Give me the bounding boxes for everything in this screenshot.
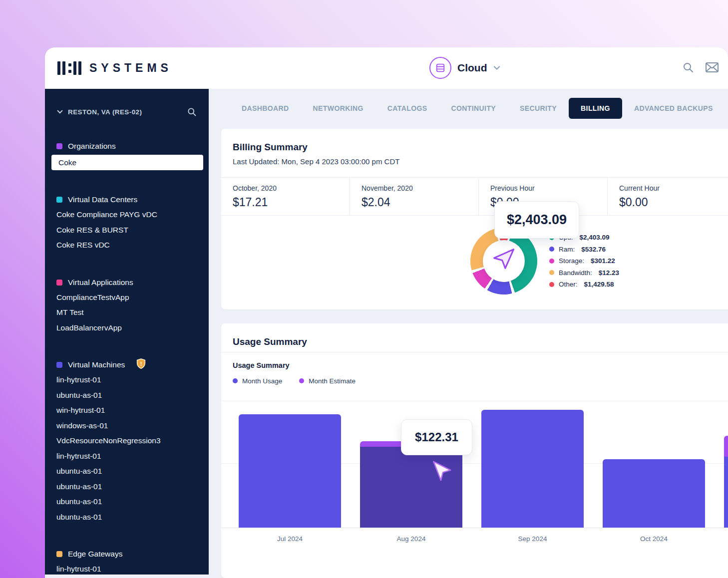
workspace-label: Cloud xyxy=(457,62,487,74)
x-axis-label-aug-2024: Aug 2024 xyxy=(397,535,426,543)
legend-label: Other: xyxy=(559,281,578,288)
sidebar-item-ubuntu-as-01[interactable]: ubuntu-as-01 xyxy=(56,510,209,525)
section-bullet-icon xyxy=(56,551,62,557)
bar-group-3[interactable] xyxy=(603,459,705,528)
chevron-down-icon xyxy=(493,64,501,72)
bar-segment-month-usage[interactable] xyxy=(603,459,705,528)
tab-continuity[interactable]: CONTINUITY xyxy=(439,98,508,119)
logo-bars-icon xyxy=(57,61,83,75)
billing-last-updated: Last Updated: Mon, Sep 4 2023 03:00:00 p… xyxy=(233,157,728,166)
bar-group-0[interactable] xyxy=(239,414,341,528)
legend-label: Month Estimate xyxy=(309,377,356,385)
stat-current-hour: Current Hour$0.00 xyxy=(608,178,728,215)
tab-catalogs[interactable]: CATALOGS xyxy=(375,98,439,119)
sidebar-item-compliancetestvapp[interactable]: ComplianceTestvApp xyxy=(56,290,209,305)
sidebar-section-header-virtual-data-centers[interactable]: Virtual Data Centers xyxy=(56,192,209,207)
sidebar-section-virtual-machines: Virtual Machines!lin-hytrust-01ubuntu-as… xyxy=(56,357,209,525)
legend-value: $1,429.58 xyxy=(584,281,614,288)
x-axis-label-oct-2024: Oct 2024 xyxy=(640,535,668,543)
sidebar-search-icon[interactable] xyxy=(187,107,197,117)
stat-label: November, 2020 xyxy=(362,184,478,192)
bar-tooltip: $122.31 xyxy=(401,419,472,455)
legend-dot-icon xyxy=(549,247,554,252)
sidebar-item-win-hytrust-01[interactable]: win-hytrust-01 xyxy=(56,403,209,418)
legend-value: $532.76 xyxy=(581,246,606,253)
mail-icon[interactable] xyxy=(705,61,719,73)
bar-group-4[interactable] xyxy=(724,436,728,528)
usage-title: Usage Summary xyxy=(233,336,728,347)
systems-logo: SYSTEMS xyxy=(57,61,172,75)
sidebar-item-ubuntu-as-01[interactable]: ubuntu-as-01 xyxy=(56,494,209,510)
sidebar-item-ubuntu-as-01[interactable]: ubuntu-as-01 xyxy=(56,388,209,403)
usage-chart-subtitle: Usage Summary xyxy=(233,361,290,369)
sidebar-item-ubuntu-as-01[interactable]: ubuntu-as-01 xyxy=(56,464,209,479)
sidebar: RESTON, VA (RES-02) OrganizationsCokeVir… xyxy=(45,89,209,575)
sidebar-section-edge-gateways: Edge Gatewayslin-hytrust-01ubuntu-as-01 xyxy=(56,547,209,575)
section-label: Virtual Machines xyxy=(68,360,125,369)
sidebar-item-coke-compliance-payg-vdc[interactable]: Coke Compliance PAYG vDC xyxy=(56,207,209,223)
sidebar-section-header-virtual-machines[interactable]: Virtual Machines! xyxy=(56,357,209,372)
legend-dot-icon xyxy=(549,259,554,264)
bar-group-2[interactable] xyxy=(481,410,584,528)
legend-label: Ram: xyxy=(559,246,575,253)
x-axis-label-jul-2024: Jul 2024 xyxy=(277,535,303,543)
sidebar-item-loadbalancervapp[interactable]: LoadBalancervApp xyxy=(56,320,209,336)
stat-label: Previous Hour xyxy=(490,184,607,192)
tab-networking[interactable]: NETWORKING xyxy=(301,98,375,119)
legend-item-month-estimate: Month Estimate xyxy=(299,376,356,385)
legend-item-ram: Ram:$532.76 xyxy=(549,244,619,256)
tab-advanced-backups[interactable]: ADVANCED BACKUPS xyxy=(622,98,725,119)
stat-label: Current Hour xyxy=(619,184,728,192)
donut-tooltip: $2,403.09 xyxy=(494,201,579,239)
sidebar-item-mt-test[interactable]: MT Test xyxy=(56,305,209,320)
sidebar-item-ubuntu-as-01[interactable]: ubuntu-as-01 xyxy=(56,479,209,495)
search-icon[interactable] xyxy=(682,61,694,73)
sidebar-section-organizations: OrganizationsCoke xyxy=(56,139,209,170)
location-selector[interactable]: RESTON, VA (RES-02) xyxy=(68,108,182,116)
tab-dashboard[interactable]: DASHBOARD xyxy=(230,98,301,119)
workspace-selector[interactable]: Cloud xyxy=(429,57,501,79)
stat-november-2020: November, 2020$2.04 xyxy=(350,178,479,215)
section-bullet-icon xyxy=(56,280,62,286)
sidebar-item-coke[interactable]: Coke xyxy=(51,155,203,170)
logo-text: SYSTEMS xyxy=(89,61,172,75)
sidebar-item-windows-as-01[interactable]: windows-as-01 xyxy=(56,418,209,434)
stat-value: $2.04 xyxy=(362,196,478,209)
section-label: Virtual Applications xyxy=(68,278,133,287)
stat-label: October, 2020 xyxy=(233,184,350,192)
sidebar-section-header-organizations[interactable]: Organizations xyxy=(56,139,209,154)
sidebar-item-lin-hytrust-01[interactable]: lin-hytrust-01 xyxy=(56,562,209,575)
sidebar-item-coke-res-burst[interactable]: Coke RES & BURST xyxy=(56,223,209,238)
cloud-stack-icon xyxy=(429,57,451,79)
pointer-cursor-icon xyxy=(490,246,516,272)
tab-security[interactable]: SECURITY xyxy=(508,98,569,119)
sidebar-item-vdcresourcenonregression3[interactable]: VdcResourceNonRegression3 xyxy=(56,433,209,449)
pointer-cursor-icon xyxy=(431,459,452,483)
top-header: SYSTEMS Cloud xyxy=(45,47,728,89)
sidebar-item-coke-res-vdc[interactable]: Coke RES vDC xyxy=(56,238,209,253)
sidebar-section-header-edge-gateways[interactable]: Edge Gateways xyxy=(56,547,209,562)
legend-label: Storage: xyxy=(559,257,584,265)
svg-text:!: ! xyxy=(140,361,142,367)
bar-segment-month-usage[interactable] xyxy=(724,457,728,528)
stat-value: $0.00 xyxy=(619,196,728,209)
section-bullet-icon xyxy=(56,362,62,368)
legend-label: Bandwidth: xyxy=(559,269,592,277)
sidebar-section-virtual-data-centers: Virtual Data CentersCoke Compliance PAYG… xyxy=(56,192,209,253)
sidebar-sections: OrganizationsCokeVirtual Data CentersCok… xyxy=(56,139,209,575)
section-bullet-icon xyxy=(56,197,62,203)
chevron-down-icon[interactable] xyxy=(56,108,63,115)
legend-dot-icon xyxy=(549,282,554,287)
tab-billing[interactable]: BILLING xyxy=(569,98,622,119)
bar-segment-month-estimate[interactable] xyxy=(724,436,728,457)
billing-stats-row: October, 2020$17.21November, 2020$2.04Pr… xyxy=(221,177,728,216)
bar-segment-month-usage[interactable] xyxy=(481,410,584,528)
main-content: DASHBOARDNETWORKINGCATALOGSCONTINUITYSEC… xyxy=(209,89,728,578)
legend-dot-icon xyxy=(299,378,304,383)
bar-segment-month-usage[interactable] xyxy=(239,414,341,528)
sidebar-item-lin-hytrust-01[interactable]: lin-hytrust-01 xyxy=(56,372,209,388)
sidebar-item-lin-hytrust-01[interactable]: lin-hytrust-01 xyxy=(56,449,209,464)
legend-dot-icon xyxy=(233,378,238,383)
legend-item-other: Other:$1,429.58 xyxy=(549,279,619,290)
sidebar-section-header-virtual-applications[interactable]: Virtual Applications xyxy=(56,275,209,290)
